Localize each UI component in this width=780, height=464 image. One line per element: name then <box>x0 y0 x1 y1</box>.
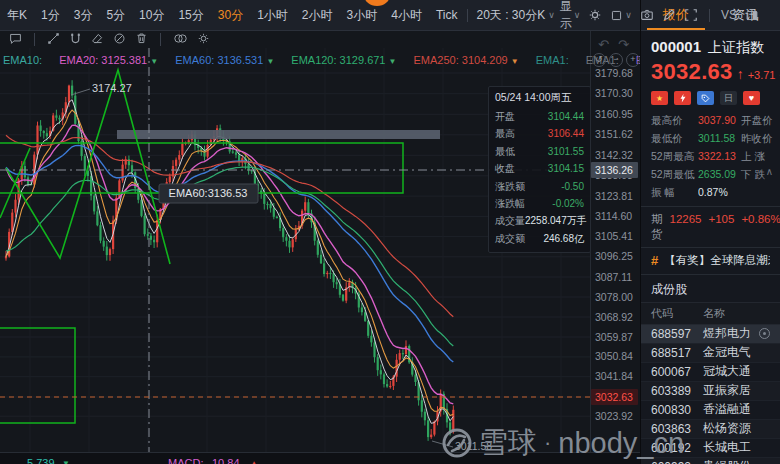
display-label: 显示 <box>560 0 572 32</box>
compare-button[interactable]: VS <box>721 8 737 22</box>
svg-text:3142.32: 3142.32 <box>595 149 633 161</box>
ema-legend-item[interactable]: EMA1: <box>536 54 569 66</box>
constituent-row[interactable]: 600192长城电工 <box>641 439 780 458</box>
eraser-icon[interactable] <box>91 31 104 49</box>
timeframe-4小时[interactable]: 4小时 <box>384 7 429 24</box>
display-dropdown[interactable]: 显示 ∨ <box>560 0 581 32</box>
timeframe-Tick[interactable]: Tick <box>429 8 465 22</box>
ema-legend-item[interactable]: EMA60: 3136.531 ▼ <box>175 54 274 66</box>
reset-zoom-icon[interactable]: ↺ <box>592 53 606 67</box>
calendar-icon[interactable]: 日 <box>720 91 737 105</box>
undo-redo-controls[interactable]: ↶↷ <box>598 37 638 52</box>
quote-badges: ★ 日 ♥ <box>651 91 780 105</box>
constituent-row[interactable]: 688517金冠电气 <box>641 344 780 363</box>
pencil-icon[interactable] <box>662 8 676 22</box>
constituent-row[interactable]: 600830香溢融通 <box>641 401 780 420</box>
ema-legend-item[interactable]: EMA120: 3129.671 ▼ <box>291 54 396 66</box>
range-selector[interactable]: 20天 : 30分K ∨ <box>471 7 559 24</box>
trash-icon[interactable] <box>135 31 148 49</box>
timeframe-10分[interactable]: 10分 <box>132 7 171 24</box>
constituent-row[interactable]: 600992贵绳股份 <box>641 458 780 464</box>
cn-flag-icon: ★ <box>651 91 668 105</box>
compare-overlay-icon[interactable] <box>173 31 188 49</box>
side-panel-icon[interactable] <box>745 9 759 22</box>
favorite-heart-icon[interactable]: ♥ <box>743 91 760 105</box>
fullscreen-icon[interactable] <box>684 8 698 22</box>
timeframe-1分[interactable]: 1分 <box>34 7 67 24</box>
drawing-toolbar <box>0 31 210 48</box>
symbol-row: 000001 上证指数 <box>651 38 780 57</box>
svg-text:3160.95: 3160.95 <box>595 108 633 120</box>
svg-text:3041.84: 3041.84 <box>595 370 633 382</box>
timeframe-5分[interactable]: 5分 <box>99 7 132 24</box>
stat-label: 52周最高 <box>651 150 698 163</box>
stat-label: 最低价 <box>651 132 698 145</box>
zoom-controls: ↺ − + <box>592 53 640 67</box>
timeframe-group: 年K1分3分5分10分15分30分1小时2小时3小时4小时Tick <box>0 7 464 24</box>
timeframe-年K[interactable]: 年K <box>0 7 34 24</box>
svg-text:3096.25: 3096.25 <box>595 250 633 262</box>
tooltip-date: 05/24 14:00周五 <box>495 91 584 105</box>
ema-legend-item[interactable]: EMA20: 3125.381 ▼ <box>59 54 158 66</box>
news-banner[interactable]: # 【有奖】全球降息潮来袭，基 <box>641 248 780 275</box>
constituent-row[interactable]: 603389亚振家居 <box>641 382 780 401</box>
chevron-down-icon: ∨ <box>625 10 632 20</box>
svg-text:3174.27: 3174.27 <box>92 82 132 94</box>
hashtag-icon: # <box>651 253 658 268</box>
stock-code: 000001 <box>651 38 701 55</box>
tooltip-row: 涨跌额-0.50 <box>495 178 584 195</box>
stock-name: 上证指数 <box>708 39 764 57</box>
stat-value: 2635.09 <box>698 168 741 181</box>
toolbar-right-icons: 显示 ∨ ∨ VS <box>560 0 766 32</box>
timeframe-3分[interactable]: 3分 <box>67 7 100 24</box>
tooltip-row: 涨跌幅-0.02% <box>495 195 584 212</box>
timeframe-30分[interactable]: 30分 <box>211 7 250 24</box>
collapse-chevron-icon[interactable]: ∧ <box>766 166 773 177</box>
tooltip-row: 成交额246.68亿 <box>495 230 584 247</box>
divider <box>34 33 35 46</box>
up-arrow-icon: ▲ <box>250 459 258 464</box>
timeframe-15分[interactable]: 15分 <box>171 7 210 24</box>
magnet-icon[interactable] <box>69 31 82 49</box>
timeframe-2小时[interactable]: 2小时 <box>295 7 340 24</box>
settings-gear-icon[interactable] <box>588 8 602 22</box>
tooltip-row: 开盘3104.44 <box>495 108 584 125</box>
col-code-header: 代码 <box>651 306 703 321</box>
down-arrow-icon: ▼ <box>62 459 70 464</box>
stat-label: 振 幅 <box>651 186 698 199</box>
price-change: +3.71 <box>748 69 776 81</box>
sub-indicator-strip: 5.739 ▼ MACD: 10.84 ▲ <box>0 452 640 464</box>
gear-icon[interactable] <box>197 31 210 49</box>
svg-text:3011.58: 3011.58 <box>455 440 492 452</box>
layout-dropdown[interactable]: ∨ <box>610 9 632 22</box>
stat-label: 开盘价 <box>741 114 780 127</box>
stat-value: 3037.90 <box>698 114 741 127</box>
macd-value: 10.84 <box>212 457 240 464</box>
comment-icon[interactable] <box>9 31 22 49</box>
timeframe-1小时[interactable]: 1小时 <box>250 7 295 24</box>
trendline-icon[interactable] <box>47 31 60 49</box>
flash-icon[interactable] <box>674 91 691 105</box>
constituent-row[interactable]: 688597煜邦电力 <box>641 325 780 344</box>
ema-lines-layer <box>6 100 453 424</box>
svg-text:3050.84: 3050.84 <box>595 350 633 362</box>
hide-drawings-icon[interactable] <box>113 31 126 49</box>
zoom-out-icon[interactable]: − <box>609 53 623 67</box>
tag-icon[interactable] <box>697 91 714 105</box>
camera-icon[interactable] <box>640 8 654 22</box>
ema-legend-item[interactable]: EMA10: <box>3 54 42 66</box>
quote-sidebar: 报价 资讯 000001 上证指数 3032.63 ↑ +3.71 +0.12%… <box>640 0 780 464</box>
ema-legend-item[interactable]: EMA250: 3104.209 ▼ <box>413 54 518 66</box>
constituent-row[interactable]: 603863松炀资源 <box>641 420 780 439</box>
svg-text:EMA60:3136.53: EMA60:3136.53 <box>169 187 248 199</box>
futures-change-pct: +0.86% <box>741 213 780 225</box>
constituent-row[interactable]: 600067冠城大通 <box>641 363 780 382</box>
tooltip-row: 成交量2258.047万手 <box>495 212 584 229</box>
price-axis[interactable]: 3179.683170.303160.953151.623142.323133.… <box>590 30 640 452</box>
futures-row[interactable]: 期货 12265 +105 +0.86% <box>641 206 780 248</box>
stat-label: 52周最低 <box>651 168 698 181</box>
timeframe-3小时[interactable]: 3小时 <box>340 7 385 24</box>
zoom-in-icon[interactable]: + <box>626 53 640 67</box>
range-label: 20天 : 30分K <box>476 7 545 24</box>
up-arrow-icon: ↑ <box>737 66 744 82</box>
